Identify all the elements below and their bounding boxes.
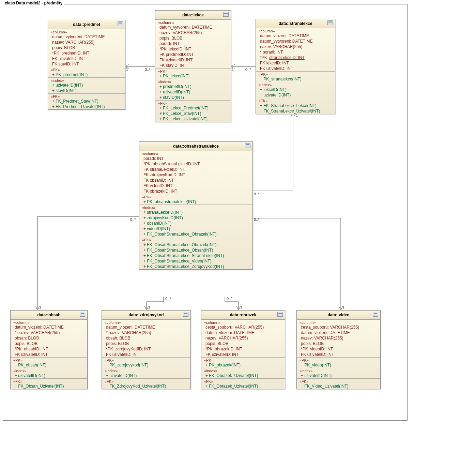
column: * poradi: INT [256, 49, 335, 55]
pk-stereotype: «PK» [256, 72, 335, 76]
column-pk: zdrojovyKodID: INT [115, 347, 151, 351]
fk-stereotype: «FK» [297, 379, 380, 383]
operation: PK_stranalekce(INT) [256, 76, 335, 82]
operation: stavID(INT) [155, 95, 231, 100]
operation: PK_obrazek(INT) [201, 362, 285, 368]
operation: uzivatelID(INT) [48, 82, 125, 88]
index-stereotype: «index» [11, 368, 87, 373]
column: popis: BLOB [11, 341, 87, 346]
column: obsah: BLOB [102, 335, 190, 341]
column: * nazev: VARCHAR(255) [11, 330, 87, 335]
operation: predmetID(INT) [155, 84, 231, 89]
column: FK predmetID: INT [155, 52, 231, 57]
index-stereotype: «index» [155, 79, 231, 84]
column-pk: stranaLekceID: INT [269, 55, 304, 60]
column-pk: lekceID: INT [169, 47, 191, 51]
index-stereotype: «index» [48, 78, 125, 82]
column: FK zdrojovyKodID: INT [139, 172, 252, 178]
entity-title: data::lekce [182, 13, 204, 17]
entity-title: data::obsah [37, 313, 60, 317]
column: popis: BLOB [155, 35, 231, 41]
index-stereotype: «index» [201, 368, 285, 373]
column: datum_vlozeni: DATETIME [201, 330, 285, 335]
multiplicity: 0..* [130, 217, 136, 222]
operation: FK_StranaLekce_Lekce(INT) [256, 103, 335, 108]
column: popis: BLOB [102, 341, 190, 346]
operation: FK_Predmet_Uzivatel(INT) [48, 104, 125, 109]
multiplicity: 0..* [245, 67, 251, 72]
column: FK uzivatelID: INT [297, 352, 380, 357]
operation: lekceID(INT) [256, 87, 335, 92]
column: datum_vytvoreni: DATETIME [155, 25, 231, 30]
multiplicity: 0..* [145, 67, 151, 72]
pk-stereotype: «PK» [102, 358, 190, 362]
column: nazev: VARCHAR(255) [256, 44, 335, 49]
column-stereotype: «column» [48, 29, 125, 34]
multiplicity: 1 [342, 305, 344, 309]
column-stereotype: «column» [139, 151, 252, 156]
column-stereotype: «column» [201, 320, 285, 324]
column: nazev: VARCHAR(255) [201, 335, 285, 341]
operation: obsahID(INT) [139, 221, 252, 226]
fk-stereotype: «FK» [102, 379, 190, 383]
column: nazev: VARCHAR(255) [155, 30, 231, 35]
operation: FK_Obsah_Uzivatel(INT) [11, 383, 87, 389]
fk-stereotype: «FK» [201, 379, 285, 383]
operation: stranaLekceID(INT) [139, 210, 252, 215]
pk-stereotype: «PK» [139, 194, 252, 199]
column-pk: videoID: INT [310, 347, 333, 351]
operation: zdrojovyKodID(INT) [139, 215, 252, 221]
column-pk: obsahStranaLekceID: INT [153, 162, 200, 166]
fk-stereotype: «FK» [155, 101, 231, 105]
column: poradi: INT [155, 41, 231, 46]
operation: FK_ZdrojovyKod_Uzivatel(INT) [102, 383, 190, 389]
column: popis: BLOB [201, 341, 285, 346]
entity-title: data::obrazek [230, 313, 256, 317]
operation: uzivatelID(INT) [256, 92, 335, 98]
column: obsah: BLOB [11, 335, 87, 341]
entity-zdrojovykod: data::zdrojovykod «column» datum_vlozeni… [102, 310, 191, 389]
column: nazev: VARCHAR(255) [297, 335, 380, 341]
operation: FK_StranaLekce_Uzivatel(INT) [256, 108, 335, 114]
column-stereotype: «column» [256, 28, 335, 33]
operation: FK_Lekce_Predmet(INT) [155, 105, 231, 111]
multiplicity: 0..* [227, 297, 232, 301]
column: datum_vytvoreni: DATETIME [48, 34, 125, 40]
table-icon [118, 21, 123, 26]
column: FK lekceID: INT [256, 60, 335, 66]
multiplicity: 1 [296, 113, 298, 117]
multiplicity: 1 [39, 305, 41, 309]
operation: FK_ObsahStranaLekce_Obrazek(INT) [139, 242, 252, 247]
column: datum_vlozeni: DATETIME [11, 324, 87, 330]
column: FK stavID: INT [48, 61, 125, 67]
fk-stereotype: «FK» [48, 94, 125, 99]
multiplicity: 0..* [254, 192, 260, 196]
operation: FK_Obrazek_Uzivatel(INT) [201, 383, 285, 389]
column: datum_vlozeni: DATETIME [297, 330, 380, 335]
operation: FK_ObsahStranaLekce_Obrazek(INT) [139, 231, 252, 237]
column: FK uzivatelID: INT [155, 57, 231, 63]
operation: FK_Lekce_Uzivatel(INT) [155, 116, 231, 122]
entity-stranalekce: data::stranalekce «column» datum_vlozeni… [256, 19, 335, 114]
entity-title: data::predmet [73, 22, 100, 27]
entity-title: data::zdrojovykod [128, 313, 164, 317]
column: datum_vlozeni: DATETIME [256, 33, 335, 39]
multiplicity: 1 [232, 67, 234, 72]
pk-stereotype: «PK» [11, 358, 87, 362]
index-stereotype: «index» [297, 368, 380, 373]
entity-predmet: data::predmet «column» datum_vytvoreni: … [48, 20, 125, 110]
index-stereotype: «index» [102, 368, 190, 373]
pk-stereotype: «PK» [297, 358, 380, 362]
diagram-title: class Data model2 - předměty [3, 1, 64, 5]
column: popis: BLOB [297, 341, 380, 346]
operation: FK_Predmet_Stav(INT) [48, 99, 125, 104]
column: FK obsahID: INT [139, 178, 252, 183]
operation: FK_ObsahStranaLekce_StranaLekce(INT) [139, 253, 252, 258]
entity-title: data::stranalekce [279, 21, 312, 26]
entity-title: data::obsahstranalekce [173, 144, 219, 149]
table-icon [80, 312, 85, 317]
operation: PK_video(INT) [297, 362, 380, 368]
column: nazev: VARCHAR(255) [48, 40, 125, 45]
operation: uzivatelID(INT) [11, 373, 87, 378]
operation: uzivatelID(INT) [297, 373, 380, 378]
